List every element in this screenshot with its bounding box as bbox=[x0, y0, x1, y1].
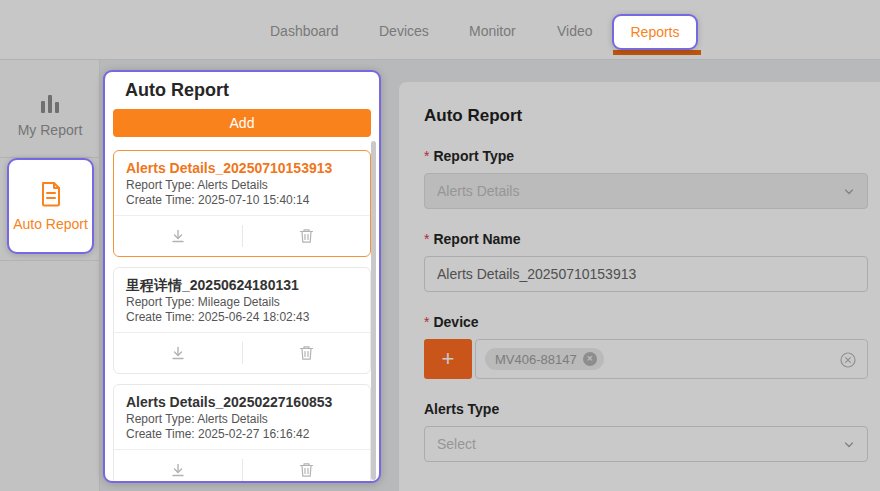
document-icon bbox=[38, 180, 64, 208]
auto-report-list-panel: Auto Report Add Alerts Details_202507101… bbox=[103, 70, 381, 483]
nav-item-devices[interactable]: Devices bbox=[379, 23, 429, 39]
download-report-button[interactable] bbox=[114, 333, 242, 373]
nav-item-reports-active[interactable]: Reports bbox=[612, 14, 698, 50]
device-tag-label: MV406-88147 bbox=[495, 352, 577, 367]
report-name-group: *Report Name bbox=[424, 231, 868, 292]
sidebar-my-report-label: My Report bbox=[18, 122, 83, 138]
trash-icon bbox=[299, 345, 314, 361]
device-select-field[interactable]: MV406-88147 × bbox=[475, 339, 868, 379]
device-tag: MV406-88147 × bbox=[485, 348, 604, 370]
report-card-actions bbox=[114, 215, 370, 256]
report-type-group: *Report Type Alerts Details bbox=[424, 148, 868, 209]
sidebar-item-auto-report[interactable]: Auto Report bbox=[7, 158, 94, 254]
report-type-label: *Report Type bbox=[424, 148, 868, 164]
report-name-input[interactable] bbox=[424, 256, 868, 292]
remove-tag-icon[interactable]: × bbox=[583, 352, 597, 366]
required-marker: * bbox=[424, 231, 429, 247]
alerts-type-group: Alerts Type Select bbox=[424, 401, 868, 462]
report-card-title: 里程详情_20250624180131 bbox=[126, 276, 358, 295]
form-title: Auto Report bbox=[424, 106, 880, 126]
bar-chart-icon bbox=[38, 93, 62, 113]
auto-report-form-panel: Auto Report *Report Type Alerts Details … bbox=[399, 82, 880, 491]
report-card-time: Create Time: 2025-07-10 15:40:14 bbox=[126, 193, 358, 208]
app-screen: Dashboard Devices Monitor Video Reports … bbox=[0, 0, 880, 491]
report-card-type: Report Type: Alerts Details bbox=[126, 412, 358, 427]
scrollbar-thumb[interactable] bbox=[371, 141, 376, 480]
report-card-actions bbox=[114, 332, 370, 373]
circle-close-icon[interactable] bbox=[840, 352, 856, 368]
trash-icon bbox=[299, 462, 314, 478]
device-label: *Device bbox=[424, 314, 868, 330]
report-card-type: Report Type: Alerts Details bbox=[126, 178, 358, 193]
required-marker: * bbox=[424, 148, 429, 164]
report-name-label: *Report Name bbox=[424, 231, 868, 247]
sidebar: My Report Auto Report bbox=[0, 60, 100, 491]
top-nav-bar: Dashboard Devices Monitor Video Reports bbox=[0, 0, 880, 60]
nav-reports-label: Reports bbox=[630, 24, 679, 40]
nav-item-monitor[interactable]: Monitor bbox=[469, 23, 516, 39]
alerts-type-select[interactable]: Select bbox=[424, 426, 868, 462]
report-card-selected[interactable]: Alerts Details_20250710153913 Report Typ… bbox=[113, 150, 371, 257]
alerts-type-placeholder: Select bbox=[437, 436, 476, 452]
nav-item-video[interactable]: Video bbox=[557, 23, 593, 39]
report-type-value: Alerts Details bbox=[437, 183, 519, 199]
report-card-title: Alerts Details_20250710153913 bbox=[126, 159, 358, 178]
report-card-type: Report Type: Mileage Details bbox=[126, 295, 358, 310]
sidebar-auto-report-label: Auto Report bbox=[13, 216, 88, 232]
active-tab-underline bbox=[613, 50, 701, 55]
required-marker: * bbox=[424, 314, 429, 330]
report-card-actions bbox=[114, 449, 370, 483]
sidebar-item-my-report[interactable]: My Report bbox=[0, 93, 100, 138]
delete-report-button[interactable] bbox=[243, 333, 371, 373]
download-icon bbox=[170, 345, 186, 361]
report-card-time: Create Time: 2025-02-27 16:16:42 bbox=[126, 427, 358, 442]
delete-report-button[interactable] bbox=[243, 450, 371, 483]
delete-report-button[interactable] bbox=[243, 216, 371, 256]
device-group: *Device + MV406-88147 × bbox=[424, 314, 868, 379]
report-type-select: Alerts Details bbox=[424, 173, 868, 209]
chevron-down-icon bbox=[843, 439, 855, 451]
trash-icon bbox=[299, 228, 314, 244]
report-card[interactable]: Alerts Details_20250227160853 Report Typ… bbox=[113, 384, 371, 483]
alerts-type-label: Alerts Type bbox=[424, 401, 868, 417]
list-panel-title: Auto Report bbox=[125, 80, 371, 100]
plus-icon: + bbox=[442, 346, 455, 371]
nav-item-dashboard[interactable]: Dashboard bbox=[270, 23, 339, 39]
download-report-button[interactable] bbox=[114, 450, 242, 483]
report-card[interactable]: 里程详情_20250624180131 Report Type: Mileage… bbox=[113, 267, 371, 374]
report-card-time: Create Time: 2025-06-24 18:02:43 bbox=[126, 310, 358, 325]
add-report-button[interactable]: Add bbox=[113, 109, 371, 137]
sidebar-divider bbox=[0, 260, 100, 261]
report-card-title: Alerts Details_20250227160853 bbox=[126, 393, 358, 412]
add-device-button[interactable]: + bbox=[424, 339, 472, 379]
download-icon bbox=[170, 462, 186, 478]
download-icon bbox=[170, 228, 186, 244]
chevron-down-icon bbox=[843, 186, 855, 198]
download-report-button[interactable] bbox=[114, 216, 242, 256]
